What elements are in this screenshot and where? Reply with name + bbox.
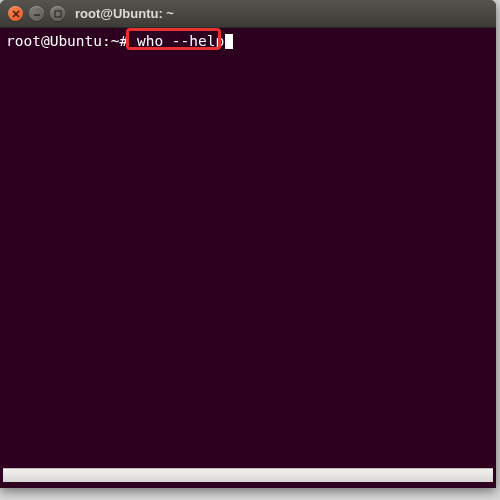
terminal-window: root@Ubuntu: ~ root@Ubuntu:~# who --help	[0, 0, 496, 488]
maximize-icon[interactable]	[50, 6, 65, 21]
terminal-body[interactable]: root@Ubuntu:~# who --help	[0, 28, 496, 488]
cursor	[225, 34, 233, 49]
window-title: root@Ubuntu: ~	[75, 6, 174, 21]
bottom-panel	[3, 468, 493, 482]
close-icon[interactable]	[8, 6, 23, 21]
prompt-text: root@Ubuntu:~#	[6, 33, 128, 49]
minimize-icon[interactable]	[29, 6, 44, 21]
titlebar[interactable]: root@Ubuntu: ~	[0, 0, 496, 28]
svg-rect-3	[55, 11, 61, 17]
command-text: who --help	[137, 33, 224, 49]
window-controls	[8, 6, 65, 21]
prompt-line: root@Ubuntu:~# who --help	[6, 32, 490, 50]
